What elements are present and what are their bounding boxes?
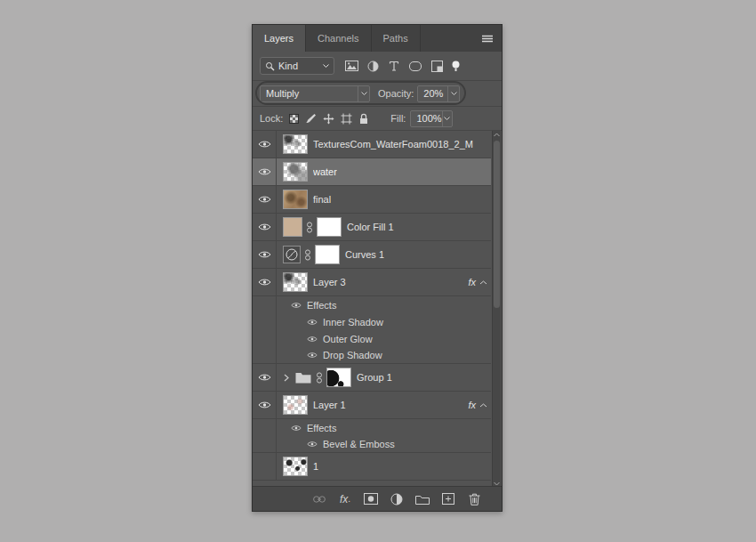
layer-mask-thumbnail[interactable] <box>327 368 350 386</box>
visibility-toggle[interactable] <box>253 158 277 185</box>
visibility-toggle[interactable] <box>253 241 277 268</box>
layer-thumbnail[interactable] <box>284 135 307 153</box>
tab-layers[interactable]: Layers <box>253 25 306 52</box>
type-filter-icon[interactable] <box>385 58 403 74</box>
layer-thumbnail[interactable] <box>284 247 300 263</box>
visibility-toggle[interactable] <box>253 186 277 213</box>
scrollbar-thumb[interactable] <box>494 141 500 308</box>
layers-list-rows: TexturesCom_WaterFoam0018_2_M water <box>253 131 491 481</box>
fill-label: Fill: <box>390 113 406 124</box>
adjustment-layer-icon[interactable] <box>389 492 405 506</box>
filter-kind-label: Kind <box>278 61 319 71</box>
visibility-toggle[interactable] <box>253 364 277 391</box>
layer-effect-row[interactable]: Effects <box>253 296 491 313</box>
layer-mask-thumbnail[interactable] <box>316 246 339 263</box>
layer-row[interactable]: Group 1 <box>253 364 491 392</box>
tab-channels[interactable]: Channels <box>306 25 371 52</box>
layer-name: Layer 1 <box>313 400 346 410</box>
layer-row-content: Layer 3 fx <box>277 269 491 295</box>
layers-list: TexturesCom_WaterFoam0018_2_M water <box>253 131 502 488</box>
link-layers-icon[interactable] <box>311 492 327 506</box>
filter-toggle-knob[interactable] <box>451 61 461 72</box>
layer-thumbnail[interactable] <box>284 218 302 236</box>
chevron-down-icon <box>323 64 329 68</box>
effect-visibility-toggle[interactable] <box>307 352 318 359</box>
filter-kind-dropdown[interactable]: Kind <box>260 57 334 75</box>
shape-filter-icon[interactable] <box>406 58 424 74</box>
layer-name: final <box>313 194 331 205</box>
fill-dropdown[interactable]: 100% <box>410 110 453 127</box>
blend-mode-dropdown[interactable]: Multiply <box>260 85 370 102</box>
layer-effect-row[interactable]: Drop Shadow <box>253 347 491 364</box>
layer-row[interactable]: Layer 3 fx <box>253 269 491 296</box>
layer-thumbnail[interactable] <box>284 457 307 475</box>
layer-row[interactable]: final <box>253 186 491 214</box>
new-group-icon[interactable] <box>414 492 430 506</box>
layer-row[interactable]: Layer 1 fx <box>253 392 491 419</box>
opacity-dropdown[interactable]: 20% <box>417 85 460 102</box>
layer-row[interactable]: Color Fill 1 <box>253 214 491 241</box>
scroll-up-icon[interactable] <box>493 133 501 137</box>
lock-transparent-pixels-icon[interactable] <box>289 114 299 124</box>
visibility-toggle[interactable] <box>253 131 277 158</box>
add-layer-mask-icon[interactable] <box>363 492 379 506</box>
effect-row-content: Drop Shadow <box>277 347 491 363</box>
effect-visibility-toggle[interactable] <box>291 302 302 309</box>
mask-link-icon[interactable] <box>306 222 313 233</box>
visibility-toggle[interactable] <box>253 214 277 240</box>
effect-row-content: Bevel & Emboss <box>277 436 491 452</box>
pixel-filter-icon[interactable] <box>342 58 360 74</box>
layer-thumbnail[interactable] <box>295 371 311 384</box>
layer-effect-row[interactable]: Outer Glow <box>253 330 491 347</box>
lock-artboard-icon[interactable] <box>341 113 352 125</box>
tab-paths[interactable]: Paths <box>372 25 421 52</box>
lock-all-icon[interactable] <box>358 113 369 125</box>
layer-name: Layer 3 <box>313 277 346 287</box>
layer-thumbnail[interactable] <box>284 273 307 291</box>
layer-thumbnail[interactable] <box>284 190 307 208</box>
lock-bar: Lock: Fill: 100% <box>253 106 502 131</box>
layer-effect-row[interactable]: Bevel & Emboss <box>253 436 491 453</box>
smart-object-filter-icon[interactable] <box>428 58 446 74</box>
layer-thumbnail[interactable] <box>284 396 307 414</box>
visibility-toggle[interactable] <box>253 269 277 295</box>
effect-name: Effects <box>307 423 336 433</box>
delete-layer-icon[interactable] <box>466 492 482 506</box>
filter-type-buttons <box>342 58 446 74</box>
layer-effect-row[interactable]: Effects <box>253 419 491 436</box>
layer-effect-row[interactable]: Inner Shadow <box>253 313 491 330</box>
layer-row[interactable]: 1 <box>253 453 491 481</box>
chevron-down-icon <box>447 86 459 101</box>
effect-eye-column <box>253 436 277 452</box>
layer-row[interactable]: Curves 1 <box>253 241 491 269</box>
mask-link-icon[interactable] <box>304 249 311 261</box>
new-layer-icon[interactable] <box>440 492 456 506</box>
lock-image-pixels-icon[interactable] <box>305 113 317 125</box>
group-expander-icon[interactable] <box>284 374 289 382</box>
effect-name: Inner Shadow <box>323 317 383 328</box>
visibility-toggle[interactable] <box>253 453 277 480</box>
adjustment-filter-icon[interactable] <box>364 58 382 74</box>
mask-link-icon[interactable] <box>316 372 323 384</box>
layer-row[interactable]: TexturesCom_WaterFoam0018_2_M <box>253 131 491 158</box>
lock-position-icon[interactable] <box>323 113 334 125</box>
layer-row-content: final <box>277 186 491 213</box>
fx-badge[interactable]: fx <box>468 277 491 287</box>
layer-name: Curves 1 <box>345 249 384 260</box>
layer-mask-thumbnail[interactable] <box>318 218 341 236</box>
layer-name: Color Fill 1 <box>347 222 394 232</box>
panel-menu-icon[interactable] <box>481 35 494 43</box>
tab-layers-label: Layers <box>264 33 294 44</box>
panel-tab-bar: Layers Channels Paths <box>253 25 502 52</box>
visibility-toggle[interactable] <box>253 392 277 418</box>
scrollbar[interactable] <box>492 131 501 488</box>
layer-thumbnail[interactable] <box>284 163 307 181</box>
effect-visibility-toggle[interactable] <box>307 336 318 343</box>
fx-badge[interactable]: fx <box>468 400 491 410</box>
layer-row[interactable]: water <box>253 158 491 186</box>
effect-visibility-toggle[interactable] <box>307 441 318 448</box>
effect-visibility-toggle[interactable] <box>307 319 318 326</box>
layer-row-content: Color Fill 1 <box>277 214 491 240</box>
effect-visibility-toggle[interactable] <box>291 425 302 432</box>
layer-style-icon[interactable]: fx. <box>337 492 353 506</box>
